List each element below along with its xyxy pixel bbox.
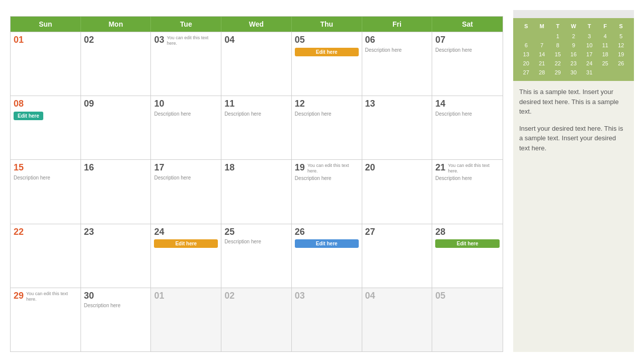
day-number: 27 — [365, 227, 375, 238]
day-number: 20 — [365, 162, 375, 173]
mini-cal-day: 26 — [613, 59, 629, 68]
mini-cal-day: 18 — [597, 50, 613, 59]
calendar-header-cell: Mon — [81, 17, 151, 32]
calendar-cell: 03You can edit this text here. — [151, 32, 221, 96]
mini-cal-day: 17 — [582, 50, 597, 59]
mini-cal-day: 3 — [582, 32, 597, 41]
mini-cal-day: 21 — [534, 59, 549, 68]
calendar-cell: 23 — [81, 224, 151, 288]
day-note: You can edit this text here. — [26, 291, 77, 302]
day-number: 16 — [84, 162, 94, 173]
mini-cal-day: 1 — [550, 32, 566, 41]
sidebar: SMTWTFS 12345678910111213141516171819202… — [513, 10, 634, 352]
event-bar[interactable]: Edit here — [14, 112, 43, 120]
mini-cal-day: 19 — [613, 50, 629, 59]
mini-cal-day — [613, 68, 629, 77]
mini-cal-day: 12 — [613, 41, 629, 50]
calendar-cell: 04 — [362, 288, 433, 351]
calendar-cell: 26Edit here — [292, 224, 362, 288]
day-number: 02 — [224, 291, 234, 302]
mini-calendar: SMTWTFS 12345678910111213141516171819202… — [513, 18, 634, 81]
mini-cal-dow: M — [534, 22, 549, 30]
mini-cal-day: 31 — [582, 68, 597, 77]
calendar-cell: 18 — [221, 160, 292, 223]
calendar-cell: 30Description here — [81, 288, 151, 351]
calendar-cell: 05 — [432, 288, 503, 351]
mini-cal-day: 2 — [566, 32, 581, 41]
calendar-header-cell: Sun — [11, 17, 81, 32]
mini-cal-day: 7 — [534, 41, 549, 50]
day-description: Description here — [14, 175, 77, 180]
mini-cal-day: 8 — [550, 41, 566, 50]
day-number: 18 — [224, 162, 234, 173]
day-number: 11 — [224, 99, 234, 110]
day-number: 10 — [154, 99, 164, 110]
mini-cal-day: 29 — [550, 68, 566, 77]
calendar-row: 29You can edit this text here.30Descript… — [11, 288, 503, 351]
calendar-cell: 01 — [11, 32, 81, 96]
calendar-cell: 10Description here — [151, 96, 221, 159]
day-number: 03 — [154, 35, 164, 46]
calendar-body: 010203You can edit this text here.0405Ed… — [11, 32, 503, 351]
mini-cal-day: 15 — [550, 50, 566, 59]
event-bar[interactable]: Edit here — [435, 239, 500, 248]
day-number: 17 — [154, 162, 164, 173]
mini-cal-day — [518, 32, 534, 41]
calendar-row: 010203You can edit this text here.0405Ed… — [11, 32, 503, 96]
mini-cal-day — [534, 32, 549, 41]
calendar-cell: 08Edit here — [11, 96, 81, 159]
calendar-cell: 01 — [151, 288, 221, 351]
mini-cal-day: 13 — [518, 50, 534, 59]
sidebar-text-area: This is a sample text. Insert your desir… — [513, 81, 634, 352]
day-number: 07 — [435, 35, 445, 46]
calendar-cell: 02 — [221, 288, 292, 351]
day-number: 01 — [154, 291, 164, 302]
day-number: 04 — [365, 291, 375, 302]
calendar-cell: 12Description here — [292, 96, 362, 159]
day-number: 02 — [84, 35, 94, 46]
day-description: Description here — [154, 175, 218, 180]
calendar-cell: 09 — [81, 96, 151, 159]
calendar-row: 222324Edit here25Description here26Edit … — [11, 224, 503, 288]
calendar-cell: 27 — [362, 224, 433, 288]
calendar-cell: 14Description here — [432, 96, 503, 159]
calendar-cell: 16 — [81, 160, 151, 223]
calendar-row: 15Description here1617Description here18… — [11, 159, 503, 223]
calendar-header-cell: Wed — [221, 17, 292, 32]
calendar-row: 08Edit here0910Description here11Descrip… — [11, 96, 503, 159]
day-number: 26 — [295, 227, 305, 238]
sidebar-text-block: This is a sample text. Insert your desir… — [519, 87, 628, 117]
day-note: You can edit this text here. — [167, 35, 218, 46]
mini-cal-dow: W — [566, 22, 581, 30]
calendar-cell: 04 — [221, 32, 292, 96]
day-number: 19 — [295, 162, 305, 173]
day-number: 24 — [154, 227, 164, 238]
day-number: 08 — [14, 99, 24, 110]
mini-cal-day: 25 — [597, 59, 613, 68]
mini-cal-day: 24 — [582, 59, 597, 68]
mini-cal-day: 30 — [566, 68, 581, 77]
calendar-cell: 11Description here — [221, 96, 292, 159]
day-note: You can edit this text here. — [307, 163, 359, 174]
day-description: Description here — [295, 175, 359, 181]
mini-cal-day: 14 — [534, 50, 549, 59]
calendar-header: SunMonTueWedThuFriSat — [11, 17, 503, 32]
day-description: Description here — [84, 303, 148, 308]
calendar-grid: SunMonTueWedThuFriSat 010203You can edit… — [10, 16, 503, 352]
calendar-header-cell: Sat — [432, 17, 503, 32]
mini-cal-day: 6 — [518, 41, 534, 50]
day-description: Description here — [435, 47, 500, 53]
event-bar[interactable]: Edit here — [295, 48, 359, 56]
calendar-cell: 25Description here — [221, 224, 292, 288]
day-number: 15 — [14, 162, 24, 173]
event-bar[interactable]: Edit here — [295, 239, 359, 248]
day-number: 06 — [365, 35, 375, 46]
mini-cal-day — [597, 68, 613, 77]
calendar-cell: 15Description here — [11, 160, 81, 223]
day-number: 05 — [435, 291, 445, 302]
calendar-cell: 28Edit here — [432, 224, 503, 288]
day-description: Description here — [435, 111, 500, 117]
mini-cal-day: 28 — [534, 68, 549, 77]
calendar-cell: 02 — [81, 32, 151, 96]
event-bar[interactable]: Edit here — [154, 239, 218, 248]
